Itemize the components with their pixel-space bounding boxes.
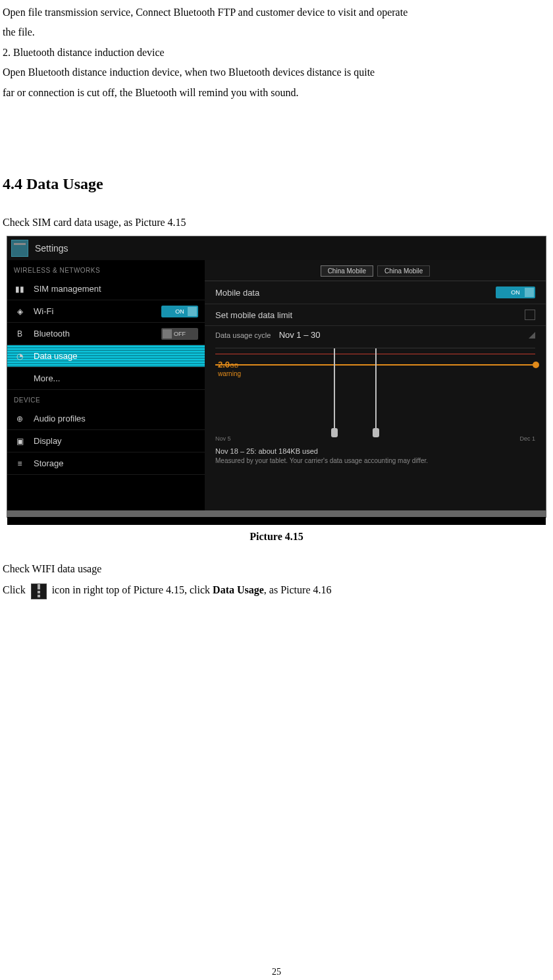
usage-chart[interactable]: 2.0GB warning [215,348,535,434]
display-icon: ▣ [14,437,26,446]
sidebar-item-label: More... [34,373,198,383]
usage-summary: Nov 18 – 25: about 184KB used [205,443,546,456]
text-line: the file. [3,26,35,38]
sidebar-item-label: Audio profiles [34,414,198,423]
sidebar-item-data-usage[interactable]: ◔ Data usage [7,345,205,368]
xaxis-end: Dec 1 [519,435,535,442]
bluetooth-toggle[interactable]: OFF [161,328,198,340]
text-line: far or connection is cut off, the Blueto… [3,87,298,98]
wifi-heading: Check WIFI data usage [3,558,550,580]
xaxis-start: Nov 5 [215,435,231,442]
tab-sim2[interactable]: China Mobile [377,265,430,277]
sidebar-item-wifi[interactable]: ◈ Wi-Fi ON [7,300,205,323]
range-knob-end[interactable] [373,428,379,437]
section-heading: 4.4 Data Usage [3,175,553,193]
sidebar-item-label: Display [34,436,198,446]
paragraph-heading-2: 2. Bluetooth distance induction device [3,43,550,63]
range-knob-start[interactable] [331,428,338,437]
text-line: Open file transmission service, Connect … [3,7,408,18]
sidebar-item-audio[interactable]: ⊕ Audio profiles [7,408,205,430]
sidebar-section-device: DEVICE [7,390,205,408]
sidebar-item-label: Bluetooth [34,329,161,339]
bluetooth-icon: B [14,329,26,339]
usage-footnote: Measured by your tablet. Your carrier's … [205,456,546,468]
text-fragment: Click [3,584,28,595]
cycle-value: Nov 1 – 30 [279,330,321,340]
audio-icon: ⊕ [14,414,26,423]
sidebar-item-sim[interactable]: ▮▮ SIM management [7,278,205,300]
row-data-limit[interactable]: Set mobile data limit [205,304,546,326]
sidebar-item-storage[interactable]: ≡ Storage [7,452,205,475]
sidebar-item-label: Data usage [34,351,198,361]
app-title: Settings [35,243,68,254]
range-bar-end[interactable] [375,348,377,434]
wifi-icon: ◈ [14,307,26,316]
tab-sim1[interactable]: China Mobile [321,265,373,277]
text-line: Open Bluetooth distance induction device… [3,67,375,78]
settings-icon [11,240,28,257]
paragraph-ftp: Open file transmission service, Connect … [3,3,550,43]
overflow-menu-icon [31,584,47,599]
sidebar-item-label: SIM management [34,284,198,294]
intro-line: Check SIM card data usage, as Picture 4.… [3,213,550,232]
mobile-data-toggle[interactable]: ON [496,286,535,298]
figure-caption: Picture 4.15 [0,531,553,543]
row-cycle[interactable]: Data usage cycle Nov 1 – 30 [205,326,546,344]
text-fragment: icon in right top of Picture 4.15, click [52,584,213,595]
sidebar-item-label: Wi-Fi [34,306,161,316]
data-limit-checkbox[interactable] [525,310,535,320]
paragraph-distance: Open Bluetooth distance induction device… [3,63,550,103]
range-bar-start[interactable] [334,348,335,434]
sidebar-item-more[interactable]: More... [7,368,205,390]
content-pane: China Mobile China Mobile Mobile data ON… [205,260,546,510]
sidebar-item-label: Storage [34,458,198,468]
screenshot-data-usage: Settings WIRELESS & NETWORKS ▮▮ SIM mana… [7,236,546,518]
cycle-label: Data usage cycle [215,331,271,339]
sidebar-item-display[interactable]: ▣ Display [7,430,205,452]
sidebar-item-bluetooth[interactable]: B Bluetooth OFF [7,323,205,345]
text-line: 2. Bluetooth distance induction device [3,47,165,58]
settings-sidebar: WIRELESS & NETWORKS ▮▮ SIM management ◈ … [7,260,205,510]
data-limit-label: Set mobile data limit [215,310,292,320]
bottom-strip [7,510,546,517]
warning-handle[interactable] [533,362,539,368]
android-titlebar: Settings [7,236,546,260]
mobile-data-label: Mobile data [215,288,259,298]
dropdown-corner-icon [529,332,535,339]
warning-label: 2.0GB warning [218,360,241,377]
data-usage-icon: ◔ [14,352,26,361]
sidebar-section-wireless: WIRELESS & NETWORKS [7,260,205,278]
blank-icon [14,374,26,383]
sim-tabs: China Mobile China Mobile [205,260,546,281]
text-fragment: , as Picture 4.16 [264,584,332,595]
storage-icon: ≡ [14,459,26,468]
wifi-instruction: Click icon in right top of Picture 4.15,… [3,580,550,601]
wifi-toggle[interactable]: ON [161,306,198,317]
row-mobile-data[interactable]: Mobile data ON [205,281,546,304]
bold-data-usage: Data Usage [213,584,264,595]
sim-icon: ▮▮ [14,285,26,294]
